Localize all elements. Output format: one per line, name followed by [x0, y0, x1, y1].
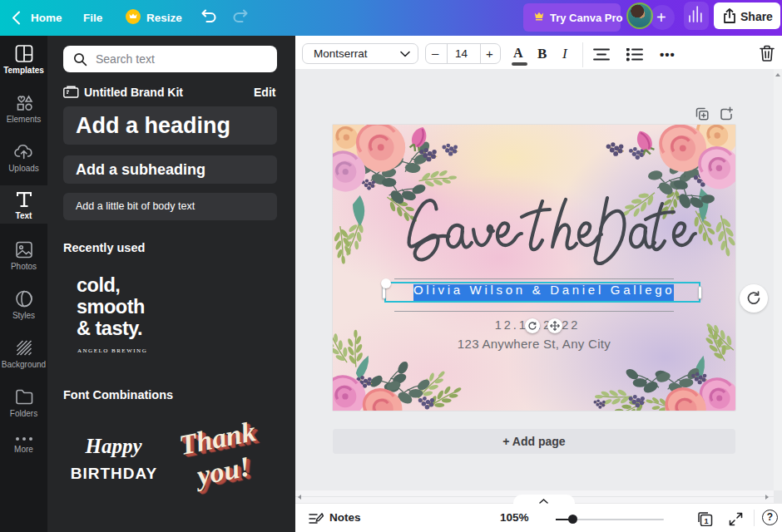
svg-text:1: 1	[704, 517, 708, 525]
